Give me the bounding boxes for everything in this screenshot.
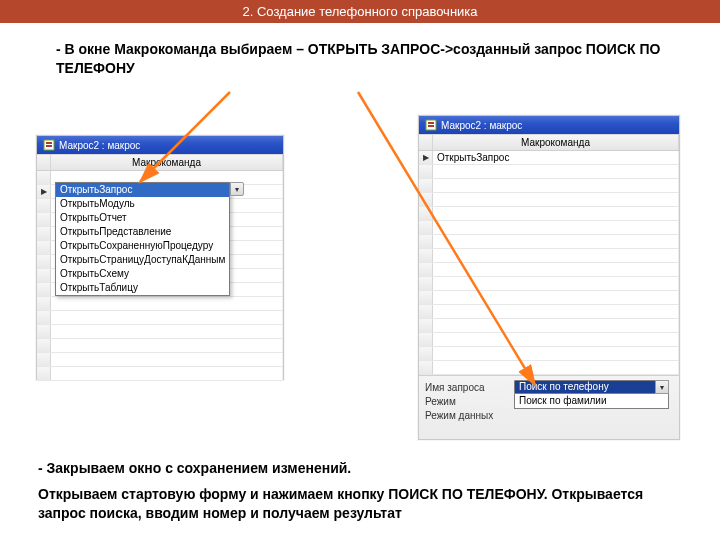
dropdown-option[interactable]: ОткрытьСхему — [56, 267, 229, 281]
instruction-close: - Закрываем окно с сохранением изменений… — [38, 460, 351, 476]
svg-rect-5 — [428, 125, 434, 127]
dropdown-arrow-icon[interactable]: ▾ — [230, 182, 244, 196]
dropdown-option[interactable]: ОткрытьОтчет — [56, 211, 229, 225]
window-title: Макрос2 : макрос — [441, 120, 522, 131]
macro-icon — [43, 139, 55, 151]
dropdown-option[interactable]: ОткрытьТаблицу — [56, 281, 229, 295]
select-value: Поиск по телефону — [519, 381, 609, 393]
instruction-top: - В окне Макрокоманда выбираем – ОТКРЫТЬ… — [56, 40, 680, 78]
svg-rect-4 — [428, 122, 434, 124]
column-header[interactable]: Макрокоманда — [433, 135, 679, 150]
svg-rect-1 — [46, 142, 52, 144]
macro-command-dropdown[interactable]: ОткрытьЗапрос ОткрытьМодуль ОткрытьОтчет… — [55, 182, 230, 296]
prop-label-data-mode: Режим данных — [425, 410, 505, 421]
column-header[interactable]: Макрокоманда — [51, 155, 283, 170]
page-banner: 2. Создание телефонного справочника — [0, 0, 720, 23]
macro-grid: Макрокоманда ▶ОткрытьЗапрос — [419, 134, 679, 375]
macro-cell[interactable]: ОткрытьЗапрос — [433, 151, 679, 164]
svg-rect-2 — [46, 145, 52, 147]
window-title: Макрос2 : макрос — [59, 140, 140, 151]
dropdown-option[interactable]: ОткрытьЗапрос — [56, 183, 229, 197]
macro-icon — [425, 119, 437, 131]
query-name-select[interactable]: Поиск по телефону ▾ Поиск по фамилии — [514, 380, 669, 409]
instruction-bottom: Открываем стартовую форму и нажимаем кно… — [38, 485, 690, 523]
dropdown-option[interactable]: ОткрытьСтраницуДоступаКДанным — [56, 253, 229, 267]
properties-pane: Имя запроса Режим Режим данных Поиск по … — [419, 375, 679, 439]
current-row-marker: ▶ — [41, 187, 47, 196]
titlebar[interactable]: Макрос2 : макрос — [419, 116, 679, 134]
chevron-down-icon[interactable]: ▾ — [655, 380, 669, 394]
prop-label-query-name: Имя запроса — [425, 382, 505, 393]
prop-label-mode: Режим — [425, 396, 505, 407]
dropdown-option[interactable]: ОткрытьПредставление — [56, 225, 229, 239]
current-row-marker: ▶ — [423, 153, 429, 162]
dropdown-option[interactable]: ОткрытьСохраненнуюПроцедуру — [56, 239, 229, 253]
dropdown-option[interactable]: ОткрытьМодуль — [56, 197, 229, 211]
macro-window-right: Макрос2 : макрос Макрокоманда ▶ОткрытьЗа… — [418, 115, 680, 440]
select-option[interactable]: Поиск по фамилии — [515, 394, 668, 408]
titlebar[interactable]: Макрос2 : макрос — [37, 136, 283, 154]
